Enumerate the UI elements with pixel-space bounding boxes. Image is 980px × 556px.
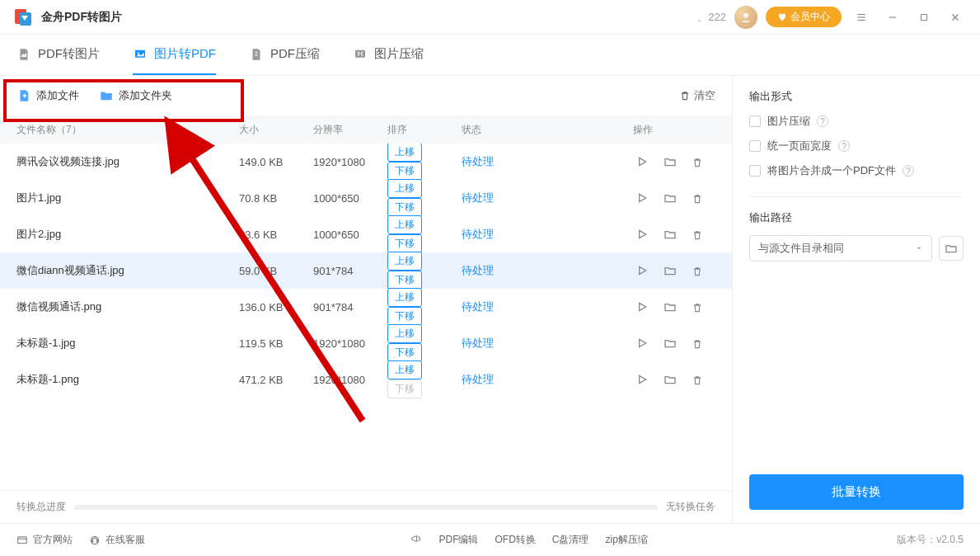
checkbox-compress[interactable] [749,115,761,127]
delete-icon[interactable] [688,299,706,317]
move-up-button[interactable]: 上移 [387,215,422,234]
play-icon[interactable] [633,153,651,171]
output-path-select[interactable]: 与源文件目录相同 [749,235,932,262]
points-display: 。222 [697,10,726,25]
delete-icon[interactable] [688,262,706,280]
tab-image-compress[interactable]: 图片压缩 [353,35,424,75]
play-icon[interactable] [633,225,651,243]
vip-center-button[interactable]: 会员中心 [766,7,842,27]
move-up-button[interactable]: 上移 [387,324,422,343]
table-row[interactable]: 未标题-1.png 471.2 KB 1920*1080 上移下移 待处理 [0,361,732,398]
add-file-button[interactable]: 添加文件 [16,88,79,103]
app-title: 金舟PDF转图片 [41,10,122,25]
move-down-button[interactable]: 下移 [387,198,422,217]
move-up-button[interactable]: 上移 [387,252,422,271]
menu-button[interactable] [850,6,873,29]
move-up-button[interactable]: 上移 [387,144,422,162]
folder-open-icon[interactable] [661,225,679,243]
svg-marker-17 [640,230,646,238]
file-status: 待处理 [462,155,494,167]
svg-marker-15 [640,158,646,165]
footer-ofd[interactable]: OFD转换 [495,533,535,547]
col-header-status: 状态 [462,123,602,137]
checkbox-uniform-width-label: 统一页面宽度 [767,139,832,153]
footer: 官方网站 在线客服 PDF编辑 OFD转换 C盘清理 zip解压缩 版本号：v2… [0,523,980,556]
play-icon[interactable] [633,370,651,389]
file-name: 图片1.jpg [16,191,239,205]
help-icon[interactable]: ? [817,115,828,127]
delete-icon[interactable] [688,226,706,244]
move-up-button[interactable]: 上移 [387,360,422,379]
official-site-label: 官方网站 [33,533,73,547]
divider [749,196,964,197]
file-resolution: 1000*650 [313,192,387,205]
play-icon[interactable] [633,298,651,316]
table-row[interactable]: 微信diann视频通话.jpg 59.0 KB 901*784 上移下移 待处理 [0,252,732,289]
titlebar: 金舟PDF转图片 。222 会员中心 [0,0,980,35]
footer-zip[interactable]: zip解压缩 [605,533,647,547]
add-folder-button[interactable]: 添加文件夹 [99,88,172,103]
move-down-button[interactable]: 下移 [387,379,422,398]
maximize-button[interactable] [912,6,935,29]
file-resolution: 1920*1080 [313,374,387,386]
avatar[interactable] [734,6,757,29]
app-logo-icon [13,7,33,27]
table-row[interactable]: 图片1.jpg 70.8 KB 1000*650 上移下移 待处理 [0,180,732,216]
play-icon[interactable] [633,334,651,352]
folder-open-icon[interactable] [661,189,679,207]
close-button[interactable] [944,6,967,29]
file-size: 471.2 KB [239,374,313,386]
tab-pdf-compress[interactable]: PDF压缩 [249,35,320,75]
file-resolution: 901*784 [313,265,387,277]
folder-open-icon[interactable] [661,334,679,352]
play-icon[interactable] [633,262,651,280]
table-row[interactable]: 微信视频通话.png 136.0 KB 901*784 上移下移 待处理 [0,289,732,325]
delete-icon[interactable] [688,335,706,353]
table-row[interactable]: 未标题-1.jpg 119.5 KB 1920*1080 上移下移 待处理 [0,325,732,361]
footer-cdisk[interactable]: C盘清理 [552,533,589,547]
move-down-button[interactable]: 下移 [387,343,422,362]
batch-convert-button[interactable]: 批量转换 [749,474,964,510]
tab-label: 图片压缩 [374,46,424,62]
delete-icon[interactable] [688,190,706,208]
help-icon[interactable]: ? [903,165,914,177]
clear-button[interactable]: 清空 [679,88,715,103]
file-size: 59.0 KB [239,265,313,277]
delete-icon[interactable] [688,371,706,389]
svg-marker-20 [640,339,646,346]
file-status: 待处理 [462,191,494,204]
tab-pdf-to-image[interactable]: PDF转图片 [16,35,100,75]
folder-open-icon[interactable] [661,370,679,389]
move-down-button[interactable]: 下移 [387,271,422,290]
tab-label: PDF压缩 [270,46,320,62]
official-site-link[interactable]: 官方网站 [16,533,73,547]
folder-open-icon[interactable] [661,153,679,171]
tabs: PDF转图片 图片转PDF PDF压缩 图片压缩 [0,35,980,76]
play-icon[interactable] [633,189,651,207]
checkbox-uniform-width[interactable] [749,140,761,152]
col-header-sort: 排序 [387,123,462,137]
table-row[interactable]: 图片2.jpg 83.6 KB 1000*650 上移下移 待处理 [0,216,732,252]
move-down-button[interactable]: 下移 [387,162,422,181]
settings-panel: 输出形式 图片压缩 ? 统一页面宽度 ? 将图片合并成一个PDF文件 ? 输出路… [733,76,980,523]
table-header: 文件名称（7） 大小 分辨率 排序 状态 操作 [0,115,732,144]
move-down-button[interactable]: 下移 [387,307,422,326]
move-up-button[interactable]: 上移 [387,179,422,198]
browse-folder-button[interactable] [939,236,964,261]
folder-open-icon[interactable] [661,298,679,316]
checkbox-merge-pdf-label: 将图片合并成一个PDF文件 [767,163,896,178]
checkbox-merge-pdf[interactable] [749,165,761,177]
move-up-button[interactable]: 上移 [387,288,422,307]
delete-icon[interactable] [688,153,706,172]
footer-pdf-edit[interactable]: PDF编辑 [438,533,478,547]
table-row[interactable]: 腾讯会议视频连接.jpg 149.0 KB 1920*1080 上移下移 待处理 [0,144,732,180]
tab-image-to-pdf[interactable]: 图片转PDF [133,35,216,75]
help-icon[interactable]: ? [838,140,850,152]
support-link[interactable]: 在线客服 [89,533,145,547]
svg-rect-12 [355,49,365,57]
file-name: 微信视频通话.png [16,299,239,314]
tab-label: PDF转图片 [38,46,100,62]
minimize-button[interactable] [881,6,904,29]
folder-open-icon[interactable] [661,262,679,280]
move-down-button[interactable]: 下移 [387,234,422,253]
